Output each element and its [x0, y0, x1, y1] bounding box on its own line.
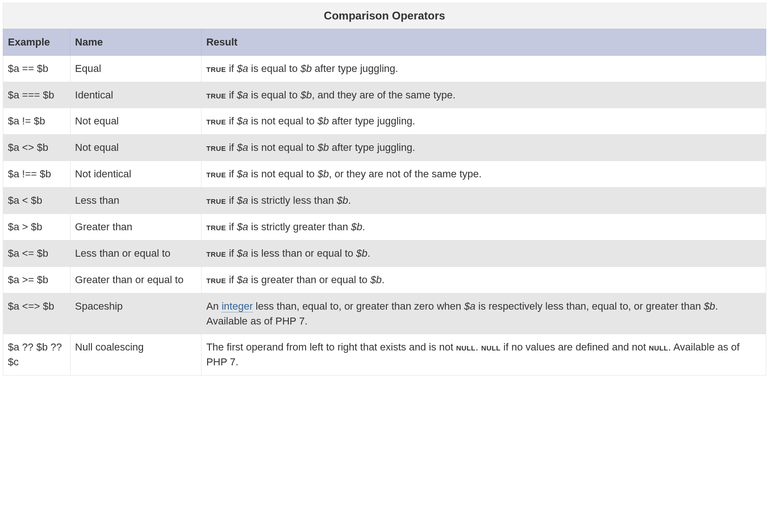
table-header-row: Example Name Result [3, 29, 766, 55]
const-null: null [649, 341, 668, 353]
var-a: $a [237, 221, 248, 233]
link-integer-type[interactable]: integer [222, 300, 253, 312]
cell-result: true if $a is not equal to $b after type… [202, 108, 766, 135]
var-b: $b [356, 247, 367, 259]
cell-example: $a <> $b [3, 135, 71, 161]
var-a: $a [237, 89, 248, 101]
const-null: null [481, 341, 501, 353]
cell-name: Less than [70, 188, 202, 214]
cell-example: $a < $b [3, 188, 71, 214]
cell-name: Not equal [70, 135, 202, 161]
var-b: $b [300, 63, 312, 74]
var-b: $b [351, 221, 362, 233]
const-true: true [206, 89, 226, 101]
const-true: true [206, 274, 226, 285]
table-row: $a == $b Equal true if $a is equal to $b… [3, 55, 766, 82]
const-true: true [206, 168, 226, 180]
cell-name: Spaceship [70, 293, 202, 334]
table-row: $a !== $b Not identical true if $a is no… [3, 161, 766, 188]
cell-name: Less than or equal to [70, 240, 202, 266]
cell-example: $a !== $b [3, 161, 71, 188]
cell-result: An integer less than, equal to, or great… [202, 293, 766, 334]
cell-result: true if $a is greater than or equal to $… [202, 266, 766, 293]
var-b: $b [370, 274, 381, 285]
cell-example: $a != $b [3, 108, 71, 135]
const-true: true [206, 142, 226, 153]
var-a: $a [237, 195, 248, 206]
cell-name: Greater than or equal to [70, 266, 202, 293]
cell-result: true if $a is equal to $b, and they are … [202, 82, 766, 108]
var-a: $a [237, 115, 248, 127]
cell-result: true if $a is not equal to $b, or they a… [202, 161, 766, 188]
var-a: $a [237, 142, 248, 153]
table-row: $a === $b Identical true if $a is equal … [3, 82, 766, 108]
cell-example: $a === $b [3, 82, 71, 108]
var-b: $b [318, 168, 329, 180]
col-header-example: Example [3, 29, 71, 55]
var-b: $b [318, 115, 329, 127]
table-caption: Comparison Operators [3, 3, 766, 29]
table-row: $a < $b Less than true if $a is strictly… [3, 188, 766, 214]
table-row: $a ?? $b ?? $c Null coalescing The first… [3, 334, 766, 376]
cell-name: Equal [70, 55, 202, 82]
cell-example: $a > $b [3, 214, 71, 240]
var-a: $a [237, 274, 248, 285]
col-header-name: Name [70, 29, 202, 55]
var-b: $b [337, 195, 348, 206]
table-row: $a != $b Not equal true if $a is not equ… [3, 108, 766, 135]
cell-result: true if $a is not equal to $b after type… [202, 135, 766, 161]
cell-name: Identical [70, 82, 202, 108]
const-true: true [206, 247, 226, 259]
cell-result: true if $a is equal to $b after type jug… [202, 55, 766, 82]
col-header-result: Result [202, 29, 766, 55]
table-row: $a <= $b Less than or equal to true if $… [3, 240, 766, 266]
var-b: $b [704, 300, 715, 312]
const-true: true [206, 195, 226, 206]
var-a: $a [464, 300, 475, 312]
cell-example: $a >= $b [3, 266, 71, 293]
cell-result: The first operand from left to right tha… [202, 334, 766, 376]
cell-result: true if $a is less than or equal to $b. [202, 240, 766, 266]
cell-name: Greater than [70, 214, 202, 240]
table-row: $a <> $b Not equal true if $a is not equ… [3, 135, 766, 161]
cell-result: true if $a is strictly greater than $b. [202, 214, 766, 240]
var-a: $a [237, 168, 248, 180]
comparison-operators-table: Comparison Operators Example Name Result… [3, 3, 766, 376]
cell-example: $a ?? $b ?? $c [3, 334, 71, 376]
cell-example: $a <= $b [3, 240, 71, 266]
cell-result: true if $a is strictly less than $b. [202, 188, 766, 214]
const-true: true [206, 221, 226, 233]
var-b: $b [318, 142, 329, 153]
cell-example: $a == $b [3, 55, 71, 82]
const-true: true [206, 115, 226, 127]
cell-name: Not equal [70, 108, 202, 135]
table-row: $a >= $b Greater than or equal to true i… [3, 266, 766, 293]
var-b: $b [300, 89, 312, 101]
cell-name: Not identical [70, 161, 202, 188]
cell-name: Null coalescing [70, 334, 202, 376]
var-a: $a [237, 247, 248, 259]
table-row: $a > $b Greater than true if $a is stric… [3, 214, 766, 240]
cell-example: $a <=> $b [3, 293, 71, 334]
var-a: $a [237, 63, 248, 74]
table-row: $a <=> $b Spaceship An integer less than… [3, 293, 766, 334]
const-true: true [206, 63, 226, 74]
const-null: null [456, 341, 476, 353]
